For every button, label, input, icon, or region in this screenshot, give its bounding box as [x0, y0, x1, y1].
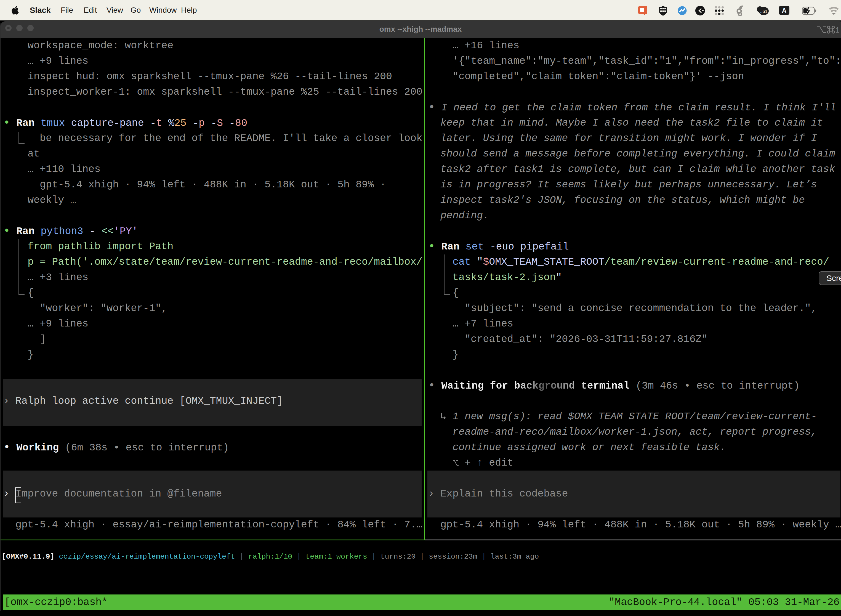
svg-text:1: 1	[835, 26, 839, 34]
svg-text:..61: ..61	[760, 9, 768, 14]
svg-text:A: A	[782, 7, 787, 14]
